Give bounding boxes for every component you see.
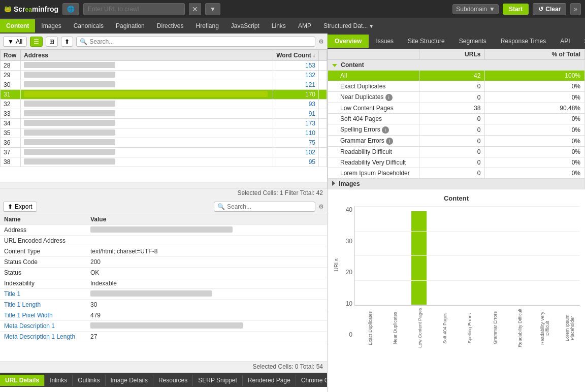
- table-row[interactable]: 28 153: [1, 61, 327, 71]
- overview-row-soft-404[interactable]: Soft 404 Pages 0 0%: [328, 114, 585, 124]
- bottom-search-input[interactable]: [227, 203, 312, 210]
- row-address: [21, 71, 273, 80]
- tab-javascript[interactable]: JavaScript: [225, 19, 266, 32]
- table-row[interactable]: 33 91: [1, 109, 327, 119]
- bottom-settings-icon[interactable]: ⚙: [318, 203, 324, 210]
- tab-structured-data[interactable]: Structured Dat... ▼: [317, 19, 380, 32]
- filter-all-button[interactable]: ▼ All: [3, 37, 27, 47]
- table-row[interactable]: 31 170: [1, 90, 327, 100]
- overview-row-near-dup[interactable]: Near Duplicates i 0 0%: [328, 92, 585, 103]
- dropdown-button[interactable]: ▼: [205, 3, 220, 15]
- col-address: Address: [21, 50, 273, 61]
- tree-view-button[interactable]: ⊞: [46, 37, 58, 47]
- upload-button[interactable]: ⬆: [61, 37, 73, 47]
- tab-images[interactable]: Images: [35, 19, 67, 32]
- overview-row-low-content[interactable]: Low Content Pages 38 90.48%: [328, 103, 585, 114]
- right-tab-response-times[interactable]: Response Times: [494, 35, 553, 48]
- tab-rendered-page[interactable]: Rendered Page: [243, 375, 296, 386]
- detail-value-meta-desc1-length: 27: [86, 332, 327, 342]
- spelling-info-icon[interactable]: i: [382, 126, 389, 134]
- tab-links[interactable]: Links: [266, 19, 292, 32]
- overview-row-lorem[interactable]: Lorem Ipsum Placeholder 0 0%: [328, 168, 585, 179]
- overview-urls-readability-diff: 0: [419, 147, 485, 157]
- search-icon: 🔍: [80, 38, 87, 45]
- row-num: 32: [1, 100, 21, 109]
- clear-button[interactable]: ↺ Clear: [533, 3, 566, 15]
- tab-inlinks[interactable]: Inlinks: [45, 375, 73, 386]
- expand-content-icon[interactable]: [332, 64, 337, 67]
- overview-row-readability-vdiff[interactable]: Readability Very Difficult 0 0%: [328, 157, 585, 168]
- globe-button[interactable]: 🌐: [62, 3, 79, 15]
- x-label-exact-dup: Exact Duplicates: [360, 308, 380, 348]
- detail-name-title1-pixel-width: Title 1 Pixel Width: [0, 310, 86, 321]
- table-row[interactable]: 36 75: [1, 138, 327, 148]
- expand-images-icon[interactable]: [332, 181, 335, 186]
- start-button[interactable]: Start: [503, 4, 529, 15]
- table-row[interactable]: 32 93: [1, 100, 327, 109]
- tab-canonicals[interactable]: Canonicals: [68, 19, 110, 32]
- right-tab-spelling[interactable]: Spelling & G...: [577, 35, 585, 48]
- right-tab-overview[interactable]: Overview: [328, 35, 369, 48]
- overview-row-all[interactable]: All 42 100%: [328, 71, 585, 81]
- tab-serp-snippet[interactable]: SERP Snippet: [193, 375, 243, 386]
- section-label-images: Images: [328, 179, 585, 189]
- right-tab-issues[interactable]: Issues: [369, 35, 401, 48]
- data-table: Row Address Word Count ↕ 28 153: [0, 50, 327, 167]
- right-tab-site-structure[interactable]: Site Structure: [401, 35, 452, 48]
- table-row[interactable]: 34 173: [1, 119, 327, 128]
- close-button[interactable]: ✕: [189, 3, 201, 15]
- overview-row-grammar[interactable]: Grammar Errors i 0 0%: [328, 136, 585, 147]
- overview-label-spelling: Spelling Errors i: [328, 124, 419, 136]
- row-address: [21, 100, 273, 109]
- table-row[interactable]: 38 95: [1, 157, 327, 167]
- tab-url-details[interactable]: URL Details: [0, 375, 45, 386]
- detail-name-header: Name: [0, 214, 86, 225]
- row-word-count: 95: [273, 157, 319, 167]
- table-row[interactable]: 30 121: [1, 80, 327, 90]
- detail-row-url-encoded: URL Encoded Address: [0, 236, 327, 246]
- grammar-info-icon[interactable]: i: [386, 138, 393, 145]
- overview-row-spelling[interactable]: Spelling Errors i 0 0%: [328, 124, 585, 136]
- export-button[interactable]: ⬆ Export: [3, 202, 37, 212]
- col-word-count: Word Count ↕: [273, 50, 319, 61]
- tab-outlinks[interactable]: Outlinks: [73, 375, 105, 386]
- detail-name-url-encoded: URL Encoded Address: [0, 236, 86, 246]
- right-tab-api[interactable]: API: [553, 35, 577, 48]
- details-table: Name Value Address URL Encoded Address: [0, 214, 327, 342]
- more-button[interactable]: »: [570, 3, 581, 15]
- table-row[interactable]: 37 102: [1, 148, 327, 157]
- tab-resources[interactable]: Resources: [153, 375, 193, 386]
- row-address: [21, 119, 273, 128]
- table-row[interactable]: 35 110: [1, 128, 327, 138]
- url-input[interactable]: [83, 3, 185, 15]
- tab-image-details[interactable]: Image Details: [106, 375, 153, 386]
- bar-readability-diff: [506, 206, 526, 305]
- tab-directives[interactable]: Directives: [151, 19, 190, 32]
- detail-row-title1-length: Title 1 Length 30: [0, 300, 327, 310]
- tab-pagination[interactable]: Pagination: [110, 19, 151, 32]
- list-view-button[interactable]: ☰: [30, 37, 43, 47]
- row-word-count: 173: [273, 119, 319, 128]
- overview-pct-low-content: 90.48%: [485, 103, 585, 114]
- subdomain-selector[interactable]: Subdomain ▼: [452, 4, 499, 14]
- overview-row-readability-diff[interactable]: Readability Difficult 0 0%: [328, 147, 585, 157]
- search-input[interactable]: [89, 38, 312, 45]
- table-row[interactable]: 29 132: [1, 71, 327, 80]
- right-tab-segments[interactable]: Segments: [452, 35, 494, 48]
- h-scrollbar[interactable]: [0, 182, 327, 188]
- left-panel: ▼ All ☰ ⊞ ⬆ 🔍 ⚙ Row Address Word Count ↕: [0, 34, 328, 392]
- near-dup-info-icon[interactable]: i: [385, 94, 393, 101]
- tab-hreflang[interactable]: Hreflang: [189, 19, 224, 32]
- tab-content[interactable]: Content: [0, 19, 35, 32]
- row-num: 28: [1, 61, 21, 71]
- row-word-count: 91: [273, 109, 319, 119]
- row-address: [21, 138, 273, 148]
- overview-row-exact-dup[interactable]: Exact Duplicates 0 0%: [328, 81, 585, 92]
- overview-pct-exact-dup: 0%: [485, 81, 585, 92]
- row-expand: [319, 148, 327, 157]
- x-label-low-content: Low Content Pages: [409, 308, 430, 348]
- tab-amp[interactable]: AMP: [292, 19, 317, 32]
- row-expand: [319, 90, 327, 100]
- settings-icon[interactable]: ⚙: [318, 38, 324, 45]
- bar-soft-404: [433, 206, 453, 305]
